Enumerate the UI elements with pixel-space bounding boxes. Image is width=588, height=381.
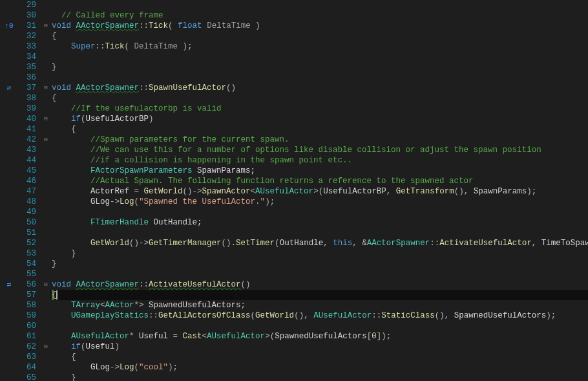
code-line[interactable]: TArray<AActor*> SpawnedUsefulActors; — [50, 300, 588, 310]
code-line[interactable]: void AActorSpawner::Tick( float DeltaTim… — [50, 21, 588, 31]
code-token: ActivateUsefulActor — [439, 239, 532, 248]
reference-indicator-icon[interactable]: ↑0 — [0, 21, 18, 31]
code-token: if — [71, 114, 81, 124]
code-line[interactable]: GetWorld()->GetTimerManager().SetTimer(O… — [50, 238, 588, 248]
line-number: 52 — [18, 238, 36, 248]
code-token: , — [532, 239, 541, 248]
code-line[interactable]: if(UsefulActorBP) — [50, 114, 588, 124]
code-line[interactable] — [50, 228, 588, 238]
fold-toggle-icon[interactable]: ⊟ — [41, 83, 50, 93]
gutter-blank — [0, 331, 18, 342]
gutter-blank — [0, 135, 18, 145]
fold-toggle-icon[interactable]: ⊟ — [41, 135, 50, 145]
line-number: 38 — [18, 93, 36, 103]
code-token: SpawnUsefulActor — [149, 83, 226, 93]
line-number: 35 — [18, 62, 36, 72]
code-line[interactable]: { — [50, 31, 588, 41]
code-line[interactable]: { — [50, 290, 588, 300]
code-line[interactable] — [50, 52, 588, 62]
code-line[interactable]: } — [50, 62, 588, 72]
code-token: UGameplayStatics — [71, 311, 149, 320]
gutter-blank — [0, 228, 18, 238]
fold-blank — [41, 52, 50, 62]
fold-blank — [41, 93, 50, 103]
code-line[interactable]: GLog->Log("Spawned the UsefulActor."); — [50, 197, 588, 207]
code-token — [52, 114, 71, 124]
code-token: SpawnedUsefulActors — [149, 301, 241, 310]
fold-toggle-icon[interactable]: ⊟ — [41, 21, 50, 31]
code-line[interactable]: void AActorSpawner::ActivateUsefulActor(… — [50, 279, 588, 290]
fold-blank — [41, 362, 50, 373]
code-line[interactable]: { — [50, 93, 588, 103]
code-line[interactable]: AUsefulActor* Useful = Cast<AUsefulActor… — [50, 331, 588, 342]
code-line[interactable]: Super::Tick( DeltaTime ); — [50, 41, 588, 52]
code-line[interactable] — [50, 269, 588, 279]
code-token: ) — [115, 342, 120, 351]
line-number: 30 — [18, 10, 36, 21]
code-line[interactable]: //We can use this for a number of option… — [50, 145, 588, 155]
fold-toggle-icon[interactable]: ⊟ — [41, 114, 50, 124]
fold-toggle-icon[interactable]: ⊟ — [41, 342, 50, 352]
fold-blank — [41, 155, 50, 166]
gutter-blank — [0, 155, 18, 166]
reference-indicator-icon[interactable]: ⇄ — [0, 279, 18, 290]
code-line[interactable]: //if a collision is happening in the spa… — [50, 155, 588, 166]
code-line[interactable]: GLog->Log("cool"); — [50, 362, 588, 373]
code-token: GLog — [90, 363, 110, 372]
code-line[interactable]: if(Useful) — [50, 342, 588, 352]
gutter-blank — [0, 72, 18, 83]
code-token: ); — [265, 197, 275, 206]
line-number: 48 — [18, 197, 36, 207]
code-line[interactable]: //If the usefulactorbp is valid — [50, 103, 588, 114]
code-token — [52, 187, 90, 196]
code-line[interactable]: ActorRef = GetWorld()->SpawnActor<AUsefu… — [50, 186, 588, 197]
code-token: Tick — [105, 42, 125, 51]
code-token: { — [52, 94, 57, 103]
code-token: Useful — [86, 342, 115, 351]
code-token: OutHandle — [280, 239, 324, 248]
code-line[interactable]: UGameplayStatics::GetAllActorsOfClass(Ge… — [50, 310, 588, 321]
fold-blank — [41, 166, 50, 176]
code-line[interactable]: { — [50, 352, 588, 362]
code-token: ; — [241, 301, 246, 310]
gutter-blank — [0, 62, 18, 72]
code-line[interactable]: //Actual Spawn. The following function r… — [50, 176, 588, 186]
code-token: ); — [527, 187, 536, 196]
fold-toggle-icon[interactable]: ⊟ — [41, 279, 50, 290]
fold-blank — [41, 124, 50, 135]
fold-blank — [41, 31, 50, 41]
gutter-blank — [0, 124, 18, 135]
code-line[interactable] — [50, 321, 588, 331]
code-line[interactable]: } — [50, 373, 588, 381]
fold-blank — [41, 300, 50, 310]
line-number: 45 — [18, 166, 36, 176]
code-line[interactable]: //Spawn parameters for the current spawn… — [50, 135, 588, 145]
code-line[interactable] — [50, 0, 588, 10]
code-line[interactable]: } — [50, 259, 588, 269]
code-line[interactable]: FActorSpawnParameters SpawnParams; — [50, 166, 588, 176]
code-line[interactable] — [50, 207, 588, 217]
code-content[interactable]: // Called every framevoid AActorSpawner:… — [50, 0, 588, 381]
gutter-blank — [0, 52, 18, 62]
code-token: // Called every frame — [61, 11, 163, 20]
code-line[interactable]: { — [50, 124, 588, 135]
code-token: SpawnParams — [474, 187, 527, 196]
gutter-blank — [0, 269, 18, 279]
gutter-blank — [0, 0, 18, 10]
fold-gutter[interactable]: ⊟⊟⊟⊟⊟⊟ — [41, 0, 50, 381]
gutter-blank — [0, 207, 18, 217]
fold-blank — [41, 186, 50, 197]
code-line[interactable]: } — [50, 248, 588, 259]
code-line[interactable]: void AActorSpawner::SpawnUsefulActor() — [50, 83, 588, 93]
reference-indicator-icon[interactable]: ⇄ — [0, 83, 18, 93]
code-token: ( — [251, 311, 256, 320]
code-line[interactable]: FTimerHandle OutHandle; — [50, 217, 588, 228]
code-token: ( — [168, 21, 178, 30]
code-token: StaticClass — [381, 311, 435, 320]
code-token: DeltaTime — [134, 42, 178, 51]
code-editor[interactable]: ↑0⇄⇄ 29303132333435363738394041424344454… — [0, 0, 588, 381]
code-line[interactable] — [50, 72, 588, 83]
code-token: void — [52, 83, 71, 93]
code-line[interactable]: // Called every frame — [50, 10, 588, 21]
line-number: 53 — [18, 248, 36, 259]
